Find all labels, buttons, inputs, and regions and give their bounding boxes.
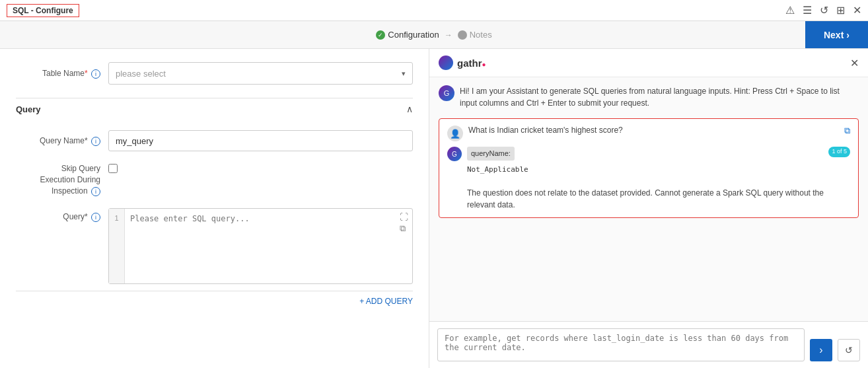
table-name-label: Table Name* i <box>16 69 108 79</box>
table-name-row: Table Name* i please select ▾ <box>16 62 413 85</box>
step-arrow: → <box>445 30 452 40</box>
ai-input-textarea[interactable] <box>437 328 805 361</box>
next-arrow-icon: › <box>846 30 850 40</box>
ai-bot-icon: G <box>439 85 454 101</box>
table-name-placeholder: please select <box>116 69 166 79</box>
list-icon[interactable]: ☰ <box>803 4 812 17</box>
step-bar: Configuration → Notes Next › <box>0 21 868 49</box>
skip-query-checkbox[interactable] <box>108 164 118 173</box>
step1-label: Configuration <box>388 30 439 40</box>
warning-icon[interactable]: ⚠ <box>785 4 795 17</box>
query-editor-info-icon[interactable]: i <box>91 213 100 222</box>
ai-welcome-msg: G Hi! I am your Assistant to generate SQ… <box>439 85 859 109</box>
table-name-info-icon[interactable]: i <box>91 69 100 79</box>
query-editor-wrapper: 1 ⛶ ⧉ <box>108 208 413 284</box>
grid-icon[interactable]: ⊞ <box>836 4 845 17</box>
ai-messages: G Hi! I am your Assistant to generate SQ… <box>429 77 868 321</box>
ai-code: Not_Applicable <box>467 165 528 174</box>
query-name-row: Query Name* i <box>16 130 413 151</box>
ai-bot-icon-sm: G <box>447 147 462 161</box>
user-icon: 👤 <box>447 126 463 141</box>
ai-response-header: 👤 What is Indian cricket team's highest … <box>447 126 850 141</box>
ai-bot-response: G queryName: Not_Applicable The question… <box>447 147 850 211</box>
query-name-input[interactable] <box>108 130 413 151</box>
ai-send-button[interactable]: › <box>810 339 832 361</box>
title-bar: SQL - Configure ⚠ ☰ ↺ ⊞ ✕ <box>0 0 868 21</box>
table-name-select[interactable]: please select ▾ <box>108 62 413 85</box>
add-query-label: + ADD QUERY <box>359 297 413 306</box>
skip-query-label: Skip Query Execution During Inspection i <box>16 163 108 196</box>
close-panel-button[interactable]: ✕ <box>850 57 859 69</box>
query-editor-label: Query* i <box>16 208 108 222</box>
main-container: Table Name* i please select ▾ Query ∧ Qu… <box>0 49 868 368</box>
right-panel: gathr● ✕ G Hi! I am your Assistant to ge… <box>429 49 868 368</box>
ai-chip: queryName: <box>467 147 515 161</box>
ai-counter-badge: 1 of 5 <box>828 147 850 157</box>
step2-label: Notes <box>470 30 492 40</box>
collapse-icon[interactable]: ∧ <box>406 104 413 114</box>
step-configuration[interactable]: Configuration <box>376 30 439 40</box>
query-name-required: * <box>85 136 88 145</box>
left-panel: Table Name* i please select ▾ Query ∧ Qu… <box>0 49 429 368</box>
line-num-1: 1 <box>114 214 118 222</box>
skip-query-row: Skip Query Execution During Inspection i <box>16 163 413 196</box>
add-query-button[interactable]: + ADD QUERY <box>359 297 413 306</box>
query-editor-input[interactable] <box>109 209 412 281</box>
add-query-row: + ADD QUERY <box>16 291 413 311</box>
next-button[interactable]: Next › <box>805 21 868 48</box>
ai-header: gathr● ✕ <box>429 49 868 77</box>
step1-dot <box>376 30 385 40</box>
ai-logo-text: gathr● <box>457 57 486 69</box>
copy-editor-icon[interactable]: ⧉ <box>400 224 408 233</box>
next-label: Next <box>824 30 844 40</box>
table-name-required: * <box>85 69 88 78</box>
user-question: What is Indian cricket team's highest sc… <box>468 126 839 135</box>
fullscreen-icon[interactable]: ⛶ <box>400 213 408 221</box>
step2-dot <box>458 30 467 40</box>
ai-input-area: › ↺ <box>429 321 868 368</box>
title-bar-icons: ⚠ ☰ ↺ ⊞ ✕ <box>785 4 861 17</box>
query-section-header: Query ∧ <box>16 98 413 120</box>
refresh-icon[interactable]: ↺ <box>820 4 828 17</box>
title-bar-left: SQL - Configure <box>7 4 79 17</box>
query-section-title: Query <box>16 104 41 114</box>
ai-logo: gathr● <box>439 55 486 70</box>
query-name-label: Query Name* i <box>16 136 108 146</box>
ai-logo-dot: ● <box>482 61 486 68</box>
chevron-down-icon: ▾ <box>402 69 406 78</box>
ai-logo-circle <box>439 55 453 70</box>
query-editor-row: Query* i 1 ⛶ ⧉ <box>16 208 413 284</box>
ai-response-block: 👤 What is Indian cricket team's highest … <box>439 118 859 218</box>
app-title: SQL - Configure <box>7 4 79 17</box>
close-icon[interactable]: ✕ <box>853 4 861 17</box>
query-line-numbers: 1 <box>109 209 125 283</box>
query-name-info-icon[interactable]: i <box>91 137 100 146</box>
ai-welcome-text: Hi! I am your Assistant to generate SQL … <box>460 85 859 109</box>
query-required: * <box>85 212 88 221</box>
ai-bot-message: The question does not relate to the data… <box>467 188 824 209</box>
step-notes[interactable]: Notes <box>458 30 492 40</box>
editor-icons: ⛶ ⧉ <box>400 213 408 233</box>
skip-query-info-icon[interactable]: i <box>91 187 100 196</box>
ai-refresh-button[interactable]: ↺ <box>838 339 860 361</box>
copy-question-icon[interactable]: ⧉ <box>844 126 850 136</box>
ai-bot-content: queryName: Not_Applicable The question d… <box>467 147 850 211</box>
steps-container: Configuration → Notes <box>376 30 491 40</box>
